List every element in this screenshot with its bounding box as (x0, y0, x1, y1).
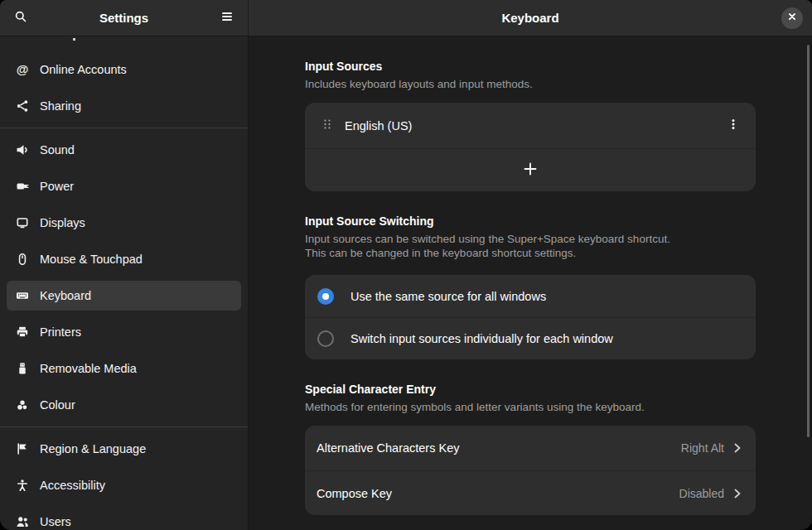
input-source-switching-section: Input Source Switching Input sources can… (305, 214, 756, 359)
kebab-menu-icon (727, 118, 740, 133)
special-character-entry-section: Special Character Entry Methods for ente… (305, 383, 756, 515)
option-label: Switch input sources individually for ea… (350, 332, 613, 345)
sidebar: @ Online Accounts Sharing Sound (0, 36, 249, 530)
sidebar-separator (0, 426, 248, 427)
close-icon (785, 10, 799, 26)
usb-drive-icon (16, 362, 29, 375)
input-source-row: English (US) (305, 103, 756, 148)
section-subtitle: Includes keyboard layouts and input meth… (305, 77, 756, 91)
search-icon (14, 10, 27, 26)
hamburger-menu-icon (220, 10, 234, 26)
section-title: Input Source Switching (305, 214, 756, 229)
section-title: Special Character Entry (305, 383, 756, 397)
option-label: Use the same source for all windows (350, 290, 546, 303)
sidebar-item-online-accounts[interactable]: @ Online Accounts (7, 55, 241, 84)
titlebar: Settings Keyboard (0, 0, 812, 36)
chevron-right-icon (731, 487, 744, 500)
sidebar-item-label: Printers (40, 325, 81, 339)
accessibility-icon (16, 479, 29, 492)
sidebar-item-keyboard[interactable]: Keyboard (7, 281, 241, 311)
keyboard-settings-page: Input Sources Includes keyboard layouts … (249, 36, 812, 530)
sidebar-headerbar: Settings (0, 0, 249, 36)
alternative-characters-key-row[interactable]: Alternative Characters Key Right Alt (305, 426, 756, 470)
sidebar-item-label: Power (40, 180, 74, 193)
section-description: Input sources can be switched using the … (305, 232, 756, 260)
sidebar-item-printers[interactable]: Printers (7, 317, 241, 347)
option-same-source-row[interactable]: Use the same source for all windows (305, 275, 756, 317)
option-per-window-row[interactable]: Switch input sources individually for ea… (305, 317, 756, 359)
sidebar-item-sharing[interactable]: Sharing (7, 91, 241, 121)
window-body: @ Online Accounts Sharing Sound (0, 36, 812, 530)
sidebar-item-users[interactable]: Users (7, 507, 241, 530)
compose-key-row[interactable]: Compose Key Disabled (305, 470, 756, 515)
sidebar-item-label: Colour (40, 398, 75, 412)
sidebar-item-colour[interactable]: Colour (7, 390, 241, 420)
switching-options-list: Use the same source for all windows Swit… (305, 275, 756, 359)
sidebar-item-accessibility[interactable]: Accessibility (7, 470, 241, 500)
setting-value: Disabled (679, 487, 724, 500)
flag-icon (16, 442, 29, 455)
sidebar-item-label: Region & Language (40, 442, 146, 455)
share-icon (16, 99, 29, 113)
input-sources-section: Input Sources Includes keyboard layouts … (305, 60, 756, 191)
content-scrollbar[interactable] (807, 45, 810, 437)
sidebar-item-mouse-touchpad[interactable]: Mouse & Touchpad (7, 244, 241, 274)
section-subtitle: Methods for entering symbols and letter … (305, 400, 756, 414)
at-icon: @ (16, 63, 29, 76)
sidebar-item-power[interactable]: Power (7, 171, 241, 201)
printer-icon (16, 325, 29, 339)
sidebar-item-sound[interactable]: Sound (7, 135, 241, 165)
plus-icon (522, 161, 539, 180)
users-icon (16, 515, 29, 528)
sidebar-item-label: Removable Media (40, 362, 137, 375)
sidebar-title: Settings (34, 11, 214, 25)
speaker-icon (16, 143, 29, 157)
sidebar-item-label: Users (40, 515, 71, 528)
drag-handle[interactable] (315, 113, 340, 138)
sidebar-item-label: Online Accounts (40, 63, 127, 76)
sidebar-item-label: Sharing (40, 99, 81, 113)
special-character-list: Alternative Characters Key Right Alt Com… (305, 426, 756, 515)
battery-icon (16, 180, 29, 193)
setting-label: Alternative Characters Key (317, 441, 681, 455)
sidebar-item-removable-media[interactable]: Removable Media (7, 354, 241, 383)
sidebar-separator (0, 128, 248, 128)
input-source-label: English (US) (345, 119, 721, 132)
page-title: Keyboard (501, 11, 558, 25)
input-source-menu-button[interactable] (721, 113, 746, 138)
keyboard-icon (16, 289, 29, 302)
sidebar-item-region-language[interactable]: Region & Language (7, 434, 241, 464)
chevron-right-icon (731, 441, 744, 455)
sidebar-item-label: Accessibility (40, 479, 105, 492)
description-line: Input sources can be switched using the … (305, 232, 756, 246)
search-button[interactable] (7, 5, 34, 31)
setting-label: Compose Key (317, 487, 679, 500)
display-icon (16, 216, 29, 229)
sidebar-item-label: Keyboard (40, 289, 91, 302)
setting-value: Right Alt (681, 441, 724, 455)
content-headerbar: Keyboard (249, 0, 812, 36)
drag-handle-icon (321, 118, 334, 133)
settings-window: Settings Keyboard @ Online Accounts (0, 0, 812, 530)
section-title: Input Sources (305, 60, 756, 74)
window-close-button[interactable] (781, 7, 803, 29)
color-icon (16, 398, 29, 412)
description-line: This can be changed in the keyboard shor… (305, 246, 756, 260)
input-sources-list: English (US) (305, 103, 756, 191)
mouse-icon (16, 253, 29, 266)
radio-unselected[interactable] (317, 330, 334, 347)
add-input-source-button[interactable] (305, 148, 756, 191)
sidebar-item-label: Displays (40, 216, 85, 229)
sidebar-item-label: Sound (40, 143, 75, 157)
scrolled-item-remnant (73, 38, 75, 41)
radio-selected[interactable] (317, 288, 334, 305)
sidebar-item-displays[interactable]: Displays (7, 208, 241, 238)
main-menu-button[interactable] (214, 5, 240, 31)
sidebar-item-label: Mouse & Touchpad (40, 253, 143, 266)
